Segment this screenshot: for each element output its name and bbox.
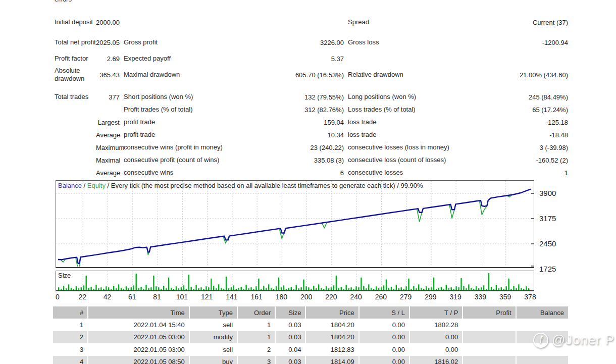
- stats-row: Profit factor2.69 Expected payoff5.37: [55, 53, 568, 65]
- x-tick-label: 0: [46, 293, 69, 301]
- stats-row: Largest profit trade159.04 loss trade-12…: [55, 116, 568, 129]
- cell: 1804.20: [306, 319, 359, 331]
- table-row: 12022.01.04 15:40sell10.031804.200.00180…: [53, 319, 568, 331]
- cell: 1804.20: [306, 331, 359, 344]
- cell: 3: [53, 343, 88, 356]
- x-tick-label: 22: [71, 293, 94, 301]
- x-tick-label: 42: [96, 293, 119, 301]
- stat-value: 377: [96, 93, 120, 101]
- size-bars-canvas: [56, 271, 534, 290]
- stat-label: loss trade: [348, 131, 376, 139]
- legend-separator: /: [82, 182, 87, 189]
- cell: 2022.01.04 15:40: [88, 319, 190, 331]
- stat-label: consecutive wins (profit in money): [124, 143, 223, 151]
- cell: 0.00: [360, 343, 410, 356]
- cell: 3: [238, 356, 276, 364]
- stat-value: -160.52 (2): [446, 157, 568, 164]
- stats-row: Total net profit2025.05 Gross profit3226…: [55, 32, 568, 53]
- cell: 1812.83: [306, 343, 359, 356]
- stat-value: 21.00% (434.60): [403, 71, 568, 79]
- stat-label: Long positions (won %): [348, 93, 416, 101]
- y-tick-label: 3175: [539, 214, 556, 223]
- col-order: Order: [238, 306, 276, 319]
- cell: 1802.28: [410, 319, 463, 331]
- size-panel-title: Size: [58, 272, 71, 279]
- size-panel: Size: [56, 271, 534, 291]
- col-price: Price: [306, 306, 359, 319]
- cell: 1814.09: [306, 356, 359, 364]
- cell: 2022.01.05 03:00: [88, 331, 190, 344]
- x-tick-label: 101: [170, 293, 193, 301]
- stat-label: Profit trades (% of total): [124, 106, 193, 114]
- x-tick-label: 378: [519, 293, 542, 301]
- stat-label: Total net profit: [55, 38, 96, 46]
- y-tick-label: 1725: [539, 265, 556, 273]
- cell: 0.00: [360, 319, 410, 331]
- stat-label: Loss trades (% of total): [348, 106, 416, 114]
- facebook-icon: f: [533, 333, 548, 348]
- stat-value: 10.34: [155, 131, 344, 139]
- stat-value: Average: [96, 131, 120, 139]
- watermark-text: @Joner P: [552, 332, 614, 348]
- cell: 0.03: [276, 319, 306, 331]
- col-number: #: [53, 306, 88, 319]
- stat-label: Spread: [348, 18, 369, 26]
- stats-gap: [55, 85, 568, 91]
- x-tick-label: 161: [245, 293, 268, 301]
- table-row: 32022.01.05 03:00sell20.041812.830.000.0…: [53, 343, 568, 356]
- x-tick-label: 260: [369, 293, 392, 301]
- cell: 1: [238, 319, 276, 331]
- stat-value: 23 (240.22): [223, 144, 344, 151]
- balance-chart-canvas: [56, 181, 534, 267]
- trades-header-row: # Time Type Order Size Price S / L T / P…: [53, 306, 568, 319]
- stat-value: 335.08 (3): [219, 157, 344, 164]
- stat-label: consecutive profit (count of wins): [124, 156, 219, 164]
- cell: 0.00: [410, 343, 463, 356]
- stat-value: 3 (-39.98): [449, 144, 568, 151]
- cell: 2: [238, 343, 276, 356]
- stat-value: Largest: [96, 119, 120, 126]
- stat-value: -18.48: [376, 131, 568, 139]
- x-tick-label: 240: [344, 293, 368, 301]
- cell: [517, 319, 568, 331]
- stat-value: Maximal: [96, 157, 120, 164]
- col-sl: S / L: [360, 306, 410, 319]
- cell: 0.00: [360, 356, 410, 364]
- x-tick-label: 319: [444, 293, 467, 301]
- stat-label: consecutive losses (loss in money): [348, 143, 449, 151]
- stat-value: 5.37: [171, 55, 344, 63]
- stats-row: Average profit trade10.34 loss trade-18.…: [55, 129, 568, 141]
- stat-value: 2025.05: [96, 39, 120, 46]
- legend-balance: Balance: [58, 182, 82, 189]
- cell: 4: [53, 356, 88, 364]
- stat-value: -125.18: [376, 119, 568, 126]
- stat-label: profit trade: [124, 131, 155, 139]
- trades-table: # Time Type Order Size Price S / L T / P…: [53, 306, 568, 364]
- cell: 1816.02: [410, 356, 463, 364]
- stats-row: Total trades377 Short positions (won %)1…: [55, 91, 568, 103]
- strategy-tester-report: { "page": { "clipped_top_label": "errors…: [0, 0, 616, 364]
- stat-label: Short positions (won %): [124, 93, 193, 101]
- cell: 1: [53, 319, 88, 331]
- y-tick-label: 2450: [539, 239, 556, 248]
- cell: 0.00: [410, 331, 463, 344]
- x-tick-label: 121: [195, 293, 219, 301]
- stat-label: Total trades: [55, 93, 96, 101]
- stats-row: Average consecutive wins6 consecutive lo…: [55, 167, 568, 179]
- stat-label: Absolute drawdown: [55, 67, 96, 83]
- stats-row: Initial deposit2000.00 SpreadCurrent (37…: [55, 12, 568, 32]
- cell: 0.04: [276, 343, 306, 356]
- col-profit: Profit: [463, 306, 516, 319]
- stat-value: Maximum: [96, 144, 124, 151]
- cell: 2: [53, 331, 88, 344]
- cell: [463, 343, 516, 356]
- stat-value: 365.43: [96, 71, 120, 79]
- stat-label: consecutive wins: [124, 169, 173, 177]
- x-tick-label: 299: [419, 293, 442, 301]
- stat-label: Maximal drawdown: [124, 71, 180, 79]
- cell: [463, 331, 516, 344]
- cell: 0.03: [276, 356, 306, 364]
- stat-label: consecutive losses: [348, 169, 403, 177]
- cell: 0.03: [276, 331, 306, 344]
- x-tick-label: 339: [469, 293, 492, 301]
